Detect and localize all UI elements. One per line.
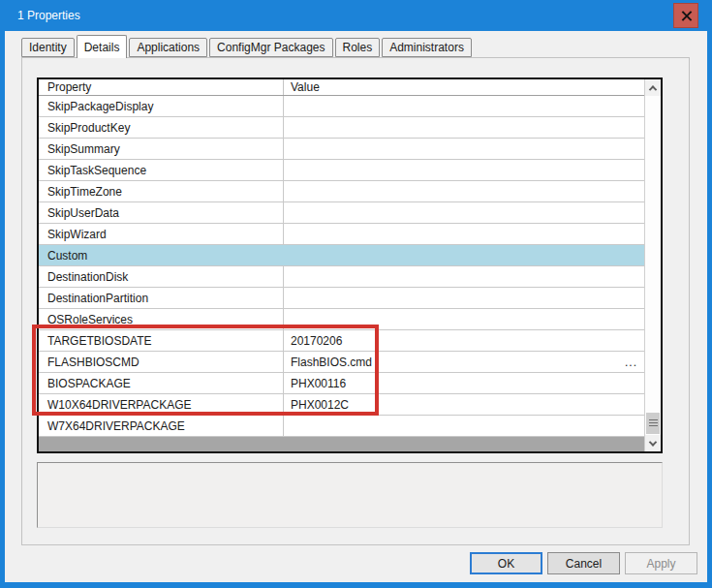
property-cell: SkipProductKey — [39, 117, 284, 138]
tab-identity[interactable]: Identity — [21, 38, 75, 57]
scrollbar-up-button[interactable] — [645, 79, 661, 96]
grid-columns: Property Value SkipPackageDisplaySkipPro… — [39, 79, 644, 451]
grid-header-row: Property Value — [39, 79, 644, 96]
properties-dialog: 1 Properties IdentityDetailsApplications… — [0, 0, 712, 588]
value-cell — [284, 245, 644, 265]
cancel-button[interactable]: Cancel — [547, 552, 620, 574]
table-row[interactable]: W10X64DRIVERPACKAGEPHX0012C — [39, 394, 644, 416]
dialog-client-area: IdentityDetailsApplicationsConfigMgr Pac… — [5, 31, 707, 582]
column-header-value: Value — [284, 79, 644, 95]
value-cell — [284, 288, 644, 308]
grip-lines-icon — [649, 419, 658, 427]
table-row[interactable]: OSRoleServices — [39, 309, 644, 330]
table-row[interactable]: SkipSummary — [39, 139, 644, 160]
value-cell — [284, 224, 644, 244]
property-cell: DestinationDisk — [39, 266, 284, 287]
value-cell — [284, 266, 644, 287]
tab-configmgr-packages[interactable]: ConfigMgr Packages — [209, 38, 332, 57]
table-row[interactable]: Custom — [39, 245, 644, 266]
property-cell: OSRoleServices — [39, 309, 284, 329]
tab-strip: IdentityDetailsApplicationsConfigMgr Pac… — [21, 35, 472, 57]
tab-details[interactable]: Details — [77, 35, 128, 58]
value-cell — [284, 202, 644, 223]
table-row[interactable]: SkipPackageDisplay — [39, 96, 644, 117]
value-cell — [284, 96, 644, 116]
value-cell — [284, 160, 644, 180]
property-cell: TARGETBIOSDATE — [39, 330, 284, 351]
table-row[interactable]: SkipTimeZone — [39, 181, 644, 202]
table-row[interactable]: TARGETBIOSDATE20170206 — [39, 330, 644, 352]
property-cell: SkipSummary — [39, 139, 284, 159]
property-cell: SkipUserData — [39, 202, 284, 223]
table-row[interactable]: W7X64DRIVERPACKAGE — [39, 416, 644, 437]
table-row[interactable]: BIOSPACKAGEPHX00116 — [39, 373, 644, 394]
close-button[interactable] — [673, 3, 698, 28]
value-cell — [284, 309, 644, 329]
table-row[interactable]: SkipTaskSequence — [39, 160, 644, 181]
property-cell: SkipTaskSequence — [39, 160, 284, 180]
table-row[interactable]: SkipUserData — [39, 202, 644, 224]
tab-roles[interactable]: Roles — [335, 38, 381, 57]
close-icon — [681, 11, 692, 21]
grid-filler — [39, 437, 644, 451]
table-row[interactable]: DestinationDisk — [39, 266, 644, 288]
chevron-down-icon — [649, 438, 657, 446]
property-cell: DestinationPartition — [39, 288, 284, 308]
value-cell — [284, 117, 644, 138]
value-cell: FlashBIOS.cmd... — [284, 352, 644, 372]
scrollbar-thumb[interactable] — [646, 413, 660, 434]
description-box — [37, 462, 663, 528]
chevron-up-icon — [649, 85, 657, 93]
table-row[interactable]: DestinationPartition — [39, 288, 644, 309]
vertical-scrollbar[interactable] — [644, 79, 661, 451]
property-cell: SkipPackageDisplay — [39, 96, 284, 116]
property-cell: SkipWizard — [39, 224, 284, 244]
ellipsis-button[interactable]: ... — [625, 356, 640, 369]
value-cell — [284, 139, 644, 159]
property-cell: W7X64DRIVERPACKAGE — [39, 416, 284, 436]
ok-button[interactable]: OK — [470, 552, 542, 574]
value-cell — [284, 181, 644, 201]
property-cell: W10X64DRIVERPACKAGE — [39, 394, 284, 415]
column-header-property: Property — [39, 79, 284, 95]
table-row[interactable]: SkipWizard — [39, 224, 644, 245]
window-title: 1 Properties — [17, 0, 80, 31]
property-grid: Property Value SkipPackageDisplaySkipPro… — [37, 77, 663, 453]
tab-applications[interactable]: Applications — [129, 38, 207, 57]
value-cell — [284, 416, 644, 436]
title-bar[interactable]: 1 Properties — [0, 0, 712, 31]
value-cell: 20170206 — [284, 330, 644, 351]
table-row[interactable]: SkipProductKey — [39, 117, 644, 139]
value-cell: PHX0012C — [284, 394, 644, 415]
property-cell: Custom — [39, 245, 284, 265]
tab-administrators[interactable]: Administrators — [382, 38, 472, 57]
property-cell: SkipTimeZone — [39, 181, 284, 201]
value-cell: PHX00116 — [284, 373, 644, 393]
property-cell: FLASHBIOSCMD — [39, 352, 284, 372]
property-cell: BIOSPACKAGE — [39, 373, 284, 393]
apply-button[interactable]: Apply — [625, 552, 697, 574]
table-row[interactable]: FLASHBIOSCMDFlashBIOS.cmd... — [39, 352, 644, 373]
scrollbar-down-button[interactable] — [645, 435, 661, 451]
